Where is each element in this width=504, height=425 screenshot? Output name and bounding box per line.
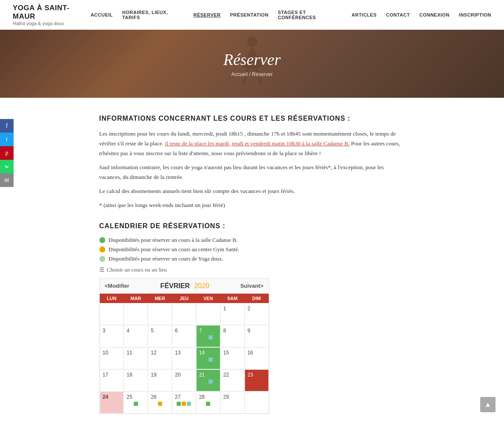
main-content: INFORMATIONS CONCERNANT LES COURS ET LES… — [91, 115, 414, 425]
breadcrumb-home[interactable]: Accueil — [231, 71, 248, 77]
cal-dot-mint — [208, 380, 213, 384]
cal-cell-0-5[interactable]: 1 — [220, 303, 245, 325]
cal-cell-0-3 — [172, 303, 196, 325]
cal-day-num: 9 — [246, 327, 252, 334]
cal-day-num: 27 — [174, 393, 182, 401]
cal-day-num: 20 — [174, 371, 182, 379]
nav-link-articles[interactable]: ARTICLES — [352, 12, 377, 17]
cal-cell-2-2[interactable]: 12 — [148, 347, 172, 369]
cal-cell-0-6[interactable]: 2 — [245, 303, 269, 325]
cal-day-num: 23 — [246, 371, 254, 379]
twitter-button[interactable]: t — [0, 133, 14, 146]
calendar-days-header: lunmarmerjeuvensamdim — [100, 294, 269, 303]
cal-dot-mint — [208, 357, 213, 362]
info-section-title: INFORMATIONS CONCERNANT LES COURS ET LES… — [99, 115, 405, 122]
calendar-grid: 1234567891011121314151617181920212223242… — [100, 303, 269, 414]
nav-link-horaires[interactable]: HORAIRES, LIEUX, TARIFS — [122, 10, 184, 20]
cal-cell-2-1[interactable]: 11 — [124, 347, 148, 369]
cal-cell-4-1[interactable]: 25 — [124, 391, 148, 414]
cal-dot-green — [203, 357, 208, 362]
cal-cell-4-5[interactable]: 29 — [220, 391, 245, 414]
cal-day-num: 10 — [101, 349, 110, 357]
facebook-button[interactable]: f — [0, 119, 14, 133]
legend-dot-gym — [99, 246, 105, 252]
svg-point-0 — [247, 37, 257, 47]
legend-dot-doux — [99, 256, 105, 262]
cal-cell-4-4[interactable]: 28 — [196, 391, 220, 414]
cal-day-label-lun: lun — [100, 294, 124, 303]
filter-row[interactable]: ☰ Choisir un cours ou un lieu — [99, 266, 405, 273]
cal-day-num: 16 — [246, 349, 254, 357]
calendar-prev[interactable]: <Modifier — [105, 283, 130, 289]
cal-dot-green — [203, 380, 208, 384]
para1: Les inscriptions pour les cours du lundi… — [99, 129, 405, 159]
cal-day-num: 12 — [149, 349, 158, 357]
cal-dot-mint — [208, 335, 213, 340]
cal-day-num: 8 — [222, 327, 228, 334]
cal-cell-3-5[interactable]: 22 — [220, 369, 245, 391]
navigation: YOGA À SAINT-MAUR Hatha yoga & yoga doux… — [0, 0, 504, 30]
cal-cell-2-3[interactable]: 13 — [172, 347, 196, 369]
cal-cell-3-1[interactable]: 18 — [124, 369, 148, 391]
cal-dot-row — [158, 402, 162, 406]
para1-link[interactable]: il reste de la place les mardi, jeudi et… — [165, 140, 349, 147]
calendar-year-label: 2020 — [194, 282, 209, 289]
cal-cell-4-3[interactable]: 27 — [172, 391, 196, 414]
whatsapp-button[interactable]: w — [0, 160, 14, 173]
nav-link-connexion[interactable]: CONNEXION — [419, 12, 449, 17]
cal-cell-1-4[interactable]: 7 — [196, 325, 220, 347]
cal-day-label-mer: mer — [148, 294, 172, 303]
cal-day-num: 17 — [101, 371, 110, 379]
cal-cell-3-0[interactable]: 17 — [100, 369, 124, 391]
cal-day-num: 19 — [149, 371, 158, 379]
scroll-to-top-button[interactable]: ▲ — [480, 397, 496, 412]
nav-link-contact[interactable]: CONTACT — [386, 12, 410, 17]
cal-cell-3-2[interactable]: 19 — [148, 369, 172, 391]
cal-cell-4-0[interactable]: 24 — [100, 391, 124, 414]
legend-item-gym: Disponibilités pour réserver un cours au… — [99, 246, 405, 253]
calendar-widget: <Modifier FÉVRIER 2020 Suivant> lunmarme… — [99, 278, 269, 414]
cal-cell-4-2[interactable]: 26 — [148, 391, 172, 414]
social-sidebar: f t p w ✉ — [0, 119, 14, 187]
email-button[interactable]: ✉ — [0, 173, 14, 187]
nav-link-reserver[interactable]: RÉSERVER — [193, 12, 220, 17]
legend-text-cadanse: Disponibilités pour réserver un cours à … — [109, 237, 238, 244]
nav-link-stages[interactable]: STAGES ET CONFÉRENCES — [278, 10, 342, 20]
cal-day-num: 5 — [149, 327, 155, 334]
cal-cell-1-0[interactable]: 3 — [100, 325, 124, 347]
cal-day-num: 25 — [125, 393, 133, 401]
cal-day-num: 7 — [198, 327, 203, 334]
nav-link-inscription[interactable]: INSCRIPTION — [459, 12, 491, 17]
legend-item-doux: Disponibilités pour réserver un cours de… — [99, 255, 405, 262]
nav-link-accueil[interactable]: ACCUEIL — [90, 12, 113, 17]
site-logo[interactable]: YOGA À SAINT-MAUR Hatha yoga & yoga doux — [13, 4, 90, 26]
cal-cell-3-6[interactable]: 23 — [245, 369, 269, 391]
cal-day-num: 21 — [198, 371, 206, 379]
cal-day-label-mar: mar — [124, 294, 148, 303]
cal-cell-3-4[interactable]: 21 — [196, 369, 220, 391]
cal-dot-green — [206, 402, 210, 406]
cal-cell-2-5[interactable]: 15 — [220, 347, 245, 369]
cal-cell-2-4[interactable]: 14 — [196, 347, 220, 369]
cal-cell-1-2[interactable]: 5 — [148, 325, 172, 347]
cal-dot-row — [134, 402, 138, 406]
cal-cell-1-6[interactable]: 9 — [245, 325, 269, 347]
cal-day-label-ven: ven — [196, 294, 220, 303]
cal-dot-green — [134, 402, 138, 406]
para2: Sauf information contraire, les cours de… — [99, 163, 405, 182]
cal-cell-3-3[interactable]: 20 — [172, 369, 196, 391]
pinterest-button[interactable]: p — [0, 146, 14, 160]
logo-title: YOGA À SAINT-MAUR — [13, 4, 90, 21]
cal-day-label-jeu: jeu — [172, 294, 196, 303]
cal-day-num: 24 — [101, 393, 110, 401]
cal-cell-1-3[interactable]: 6 — [172, 325, 196, 347]
cal-cell-0-2 — [148, 303, 172, 325]
hero-title: Réserver — [223, 50, 281, 69]
calendar-next[interactable]: Suivant> — [240, 283, 264, 289]
cal-cell-1-1[interactable]: 4 — [124, 325, 148, 347]
nav-link-presentation[interactable]: PRÉSENTATION — [230, 12, 269, 17]
cal-dot-orange — [182, 402, 186, 406]
cal-cell-1-5[interactable]: 8 — [220, 325, 245, 347]
cal-cell-2-0[interactable]: 10 — [100, 347, 124, 369]
cal-cell-2-6[interactable]: 16 — [245, 347, 269, 369]
